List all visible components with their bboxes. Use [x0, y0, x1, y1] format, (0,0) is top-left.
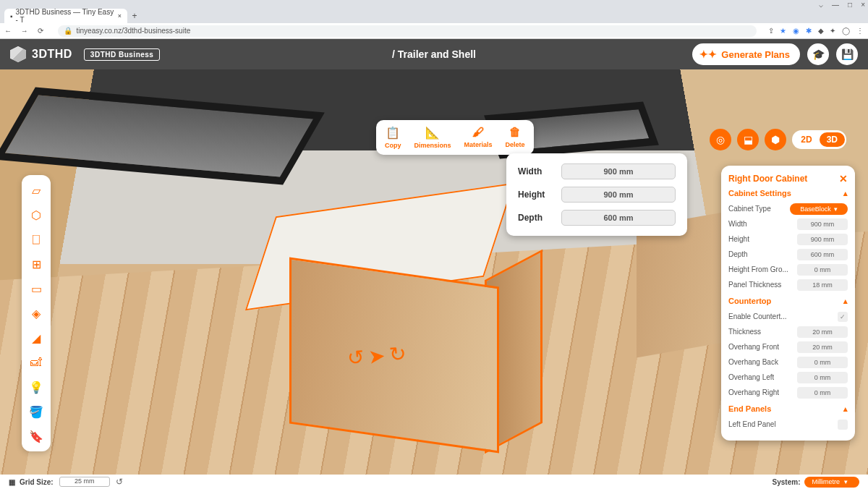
vc-layers-button[interactable]: ⬓ [737, 129, 759, 150]
vc-focus-button[interactable]: ◎ [710, 129, 731, 150]
browser-menu-icon[interactable]: ⋮ [856, 27, 864, 35]
rotate-left-arrow-icon[interactable]: ↺ [346, 346, 365, 371]
prop-input[interactable]: 20 mm [797, 341, 848, 353]
logo-text: 3DTHD [32, 48, 72, 61]
left-tool-2[interactable]: ⎕ [28, 231, 44, 247]
prop-checkbox[interactable]: ✓ [838, 312, 848, 322]
ext-puzzle-icon[interactable]: ✦ [830, 27, 835, 35]
rotate-center-icon[interactable]: ➤ [367, 344, 386, 369]
prop-input[interactable]: 0 mm [797, 264, 848, 276]
url-text: tinyeasy.co.nz/3dthd-business-suite [77, 27, 191, 35]
rotate-right-arrow-icon[interactable]: ↻ [388, 342, 407, 367]
prop-label: Overhang Back [728, 358, 778, 366]
dim-input-depth[interactable]: 600 mm [561, 210, 676, 226]
left-tool-10[interactable]: 🔖 [28, 428, 44, 444]
prop-select[interactable]: BaseBlock ▾ [790, 203, 848, 215]
prop-label: Depth [728, 250, 748, 258]
action-copy[interactable]: 📋Copy [385, 126, 401, 149]
panel-header: Right Door Cabinet ✕ [728, 173, 848, 184]
window-close-icon[interactable]: × [861, 1, 865, 9]
generate-plans-button[interactable]: ✦✦ Generate Plans [692, 43, 800, 65]
prop-input[interactable]: 0 mm [797, 357, 848, 368]
left-tool-3[interactable]: ⊞ [28, 256, 44, 272]
left-tool-6[interactable]: ◢ [28, 330, 44, 346]
action-label: Materials [464, 141, 493, 148]
left-tool-7[interactable]: 🛋 [28, 354, 44, 370]
panel-close-icon[interactable]: ✕ [839, 173, 848, 184]
left-tool-0[interactable]: ▱ [28, 182, 44, 198]
nav-back-icon[interactable]: ← [4, 27, 12, 35]
collapse-icon[interactable]: ▴ [843, 404, 848, 414]
prop-label: Panel Thickness [728, 281, 781, 289]
selected-cabinet[interactable] [246, 200, 514, 438]
ext-gear-icon[interactable]: ✱ [806, 27, 812, 35]
left-tool-5[interactable]: ◈ [28, 305, 44, 321]
new-tab-button[interactable]: + [127, 9, 142, 23]
section-title: Countertop [728, 297, 771, 306]
ext-share-icon[interactable]: ⇪ [768, 27, 774, 35]
dim-input-width[interactable]: 900 mm [561, 163, 676, 179]
prop-input[interactable]: 18 mm [797, 279, 848, 291]
prop-label: Enable Countert... [728, 312, 787, 320]
breadcrumb[interactable]: / Trailer and Shell [392, 48, 476, 60]
prop-input[interactable]: 0 mm [797, 372, 848, 383]
prop-label: Overhang Left [728, 373, 774, 381]
collapse-icon[interactable]: ▴ [843, 297, 848, 306]
action-materials[interactable]: 🖌Materials [464, 126, 493, 149]
ext-star-icon[interactable]: ★ [780, 27, 786, 35]
left-tool-1[interactable]: ⬡ [28, 207, 44, 223]
prop-input[interactable]: 600 mm [797, 249, 848, 260]
prop-label: Overhang Front [728, 343, 779, 351]
grid-icon: ▦ [9, 478, 15, 486]
prop-input[interactable]: 20 mm [797, 326, 848, 338]
left-tool-4[interactable]: ▭ [28, 281, 44, 297]
grid-size-input[interactable]: 25 mm [59, 477, 110, 487]
view-2d-option[interactable]: 2D [793, 132, 819, 147]
ext-user-icon[interactable]: ◯ [842, 27, 850, 35]
left-tool-9[interactable]: 🪣 [28, 404, 44, 420]
section-header[interactable]: Cabinet Settings▴ [728, 189, 848, 198]
prop-input[interactable]: 900 mm [797, 234, 848, 245]
nav-reload-icon[interactable]: ⟳ [38, 27, 43, 35]
collapse-icon[interactable]: ▴ [843, 189, 848, 198]
product-badge: 3DTHD Business [84, 48, 161, 61]
view-mode-toggle[interactable]: 2D 3D [792, 130, 846, 149]
vc-explode-button[interactable]: ⬢ [765, 129, 786, 150]
prop-label: Height [728, 235, 749, 243]
action-dimensions[interactable]: 📐Dimensions [414, 126, 451, 149]
undo-button[interactable]: ↺ [116, 477, 123, 487]
prop-checkbox[interactable] [838, 420, 848, 430]
dimensions-popup: Width900 mmHeight900 mmDepth600 mm [506, 153, 687, 236]
rotate-gizmo[interactable]: ↺ ➤ ↻ [346, 342, 407, 371]
browser-tab[interactable]: ▪ 3DTHD Business — Tiny Easy - T × [4, 9, 127, 23]
dim-input-height[interactable]: 900 mm [561, 187, 676, 203]
section-header[interactable]: End Panels▴ [728, 404, 848, 414]
action-delete[interactable]: 🗑Delete [506, 126, 525, 149]
window-minimize-icon[interactable]: — [832, 1, 839, 9]
left-tool-8[interactable]: 💡 [28, 379, 44, 395]
selection-action-bar: 📋Copy📐Dimensions🖌Materials🗑Delete [376, 120, 534, 155]
window-curve-icon[interactable]: ⌵ [819, 1, 823, 9]
nav-forward-icon[interactable]: → [21, 27, 28, 35]
app-logo[interactable]: 3DTHD 3DTHD Business [10, 46, 160, 62]
target-icon: ◎ [716, 134, 725, 145]
prop-input[interactable]: 900 mm [797, 218, 848, 230]
unit-system-select[interactable]: Millimetre ▾ [804, 477, 859, 488]
chevron-down-icon: ▾ [834, 205, 838, 213]
view-3d-option[interactable]: 3D [820, 132, 845, 147]
prop-row: Depth600 mm [728, 247, 848, 262]
ext-a-icon[interactable]: ◆ [818, 27, 824, 35]
section-header[interactable]: Countertop▴ [728, 297, 848, 306]
status-bar: ▦ Grid Size: 25 mm ↺ System: Millimetre … [0, 475, 868, 489]
tab-close-icon[interactable]: × [118, 12, 122, 20]
grid-size-label: Grid Size: [20, 478, 54, 486]
prop-input[interactable]: 0 mm [797, 387, 848, 399]
address-bar[interactable]: 🔒 tinyeasy.co.nz/3dthd-business-suite [58, 25, 757, 37]
save-button[interactable]: 💾 [836, 43, 858, 65]
ext-eye-icon[interactable]: ◉ [793, 27, 799, 35]
prop-label: Thickness [728, 328, 761, 336]
prop-row: Thickness20 mm [728, 324, 848, 339]
learn-button[interactable]: 🎓 [807, 43, 829, 65]
prop-row: Overhang Left0 mm [728, 370, 848, 385]
window-maximize-icon[interactable]: □ [848, 1, 852, 9]
